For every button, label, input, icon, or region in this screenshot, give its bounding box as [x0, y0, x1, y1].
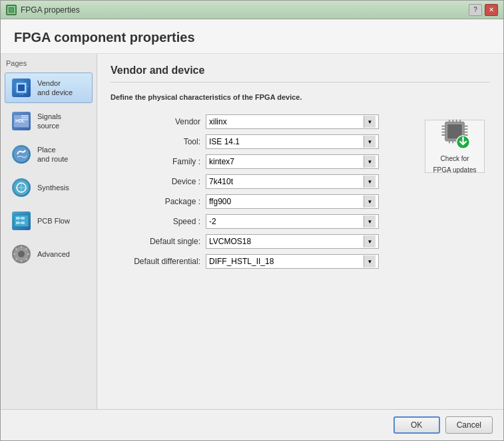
default-single-value: LVCMOS18	[209, 237, 364, 246]
vendor-value: xilinx	[209, 117, 364, 126]
advanced-icon	[11, 243, 32, 265]
svg-rect-5	[27, 86, 29, 87]
help-button[interactable]: ?	[469, 4, 482, 16]
titlebar: FPGA properties ? ✕	[1, 1, 503, 19]
side-widget: Check for FPGA updates	[419, 114, 490, 269]
device-select[interactable]: 7k410t ▼	[206, 174, 379, 189]
svg-rect-7	[19, 93, 21, 95]
svg-rect-17	[14, 215, 29, 227]
sidebar-item-place-route[interactable]: Placeand route	[5, 139, 93, 170]
pages-label: Pages	[5, 59, 93, 67]
speed-label: Speed :	[111, 217, 200, 226]
family-select[interactable]: kintex7 ▼	[206, 154, 379, 169]
device-row: Device : 7k410t ▼	[111, 174, 406, 189]
ok-button[interactable]: OK	[393, 416, 440, 434]
default-single-select[interactable]: LVCMOS18 ▼	[206, 234, 379, 249]
window-title: FPGA properties	[21, 5, 80, 15]
svg-rect-37	[452, 120, 453, 122]
svg-rect-34	[464, 132, 467, 133]
svg-rect-8	[22, 80, 23, 82]
svg-rect-40	[449, 141, 450, 144]
svg-rect-19	[21, 217, 25, 220]
vendor-device-label: Vendorand device	[37, 78, 73, 98]
synthesis-icon	[11, 177, 32, 198]
fpga-check-icon	[438, 118, 471, 152]
pcb-flow-label: PCB Flow	[37, 216, 70, 225]
footer: OK Cancel	[1, 409, 503, 440]
sidebar-item-pcb-flow[interactable]: PCB Flow	[5, 206, 93, 236]
default-diff-arrow: ▼	[364, 255, 376, 267]
main-window: FPGA properties ? ✕ FPGA component prope…	[0, 0, 504, 441]
tool-value: ISE 14.1	[209, 137, 364, 146]
family-row: Family : kintex7 ▼	[111, 154, 406, 169]
vendor-row: Vendor xilinx ▼	[111, 114, 406, 129]
svg-rect-18	[16, 217, 19, 220]
svg-rect-41	[452, 141, 453, 144]
signals-source-label: Signalssource	[37, 112, 61, 131]
svg-rect-33	[464, 128, 467, 130]
svg-rect-32	[464, 126, 467, 127]
package-row: Package : ffg900 ▼	[111, 194, 406, 209]
panel-title: Vendor and device	[111, 65, 490, 82]
speed-select[interactable]: -2 ▼	[206, 214, 379, 229]
package-value: ffg900	[209, 197, 364, 206]
speed-row: Speed : -2 ▼	[111, 214, 406, 229]
page-title: FPGA component properties	[1, 19, 503, 54]
package-label: Package :	[111, 197, 200, 206]
svg-rect-20	[16, 221, 19, 224]
svg-rect-30	[441, 132, 445, 133]
tool-arrow: ▼	[364, 136, 376, 148]
speed-arrow: ▼	[364, 216, 376, 227]
package-arrow: ▼	[364, 196, 376, 208]
default-diff-select[interactable]: DIFF_HSTL_II_18 ▼	[206, 254, 379, 269]
default-single-arrow: ▼	[364, 235, 376, 247]
svg-text:HDL: HDL	[15, 118, 25, 123]
device-label: Device :	[111, 177, 200, 186]
pcb-flow-icon	[11, 210, 32, 231]
default-single-row: Default single: LVCMOS18 ▼	[111, 234, 406, 249]
sidebar-item-advanced[interactable]: Advanced	[5, 239, 93, 269]
device-value: 7k410t	[209, 177, 364, 186]
family-arrow: ▼	[364, 156, 376, 168]
svg-rect-29	[441, 128, 445, 130]
advanced-label: Advanced	[37, 249, 70, 259]
sidebar-item-synthesis[interactable]: Synthesis	[5, 172, 93, 203]
panel-description: Define the physical characteristics of t…	[111, 93, 490, 101]
svg-rect-28	[441, 126, 445, 127]
package-select[interactable]: ffg900 ▼	[206, 194, 379, 209]
tool-label: Tool:	[111, 137, 200, 146]
sidebar-item-vendor-device[interactable]: Vendorand device	[5, 73, 93, 103]
tool-row: Tool: ISE 14.1 ▼	[111, 134, 406, 149]
family-label: Family :	[111, 157, 200, 166]
titlebar-left: FPGA properties	[6, 5, 80, 15]
svg-rect-36	[449, 120, 450, 122]
default-diff-row: Default differential: DIFF_HSTL_II_18 ▼	[111, 254, 406, 269]
signals-source-icon: HDL	[11, 110, 32, 132]
vendor-arrow: ▼	[364, 116, 376, 128]
svg-rect-6	[19, 80, 21, 82]
svg-point-25	[18, 251, 25, 257]
synthesis-label: Synthesis	[37, 183, 69, 192]
vendor-select[interactable]: xilinx ▼	[206, 114, 379, 129]
tool-select[interactable]: ISE 14.1 ▼	[206, 134, 379, 149]
svg-rect-1	[9, 8, 13, 12]
check-label-line2: FPGA updates	[433, 166, 476, 174]
svg-rect-3	[18, 84, 25, 91]
svg-rect-9	[22, 93, 23, 95]
svg-rect-38	[456, 120, 457, 122]
svg-rect-39	[459, 120, 461, 122]
default-diff-label: Default differential:	[111, 257, 200, 266]
family-value: kintex7	[209, 157, 364, 166]
window-icon	[6, 5, 17, 15]
cancel-button[interactable]: Cancel	[445, 416, 493, 434]
device-arrow: ▼	[364, 176, 376, 188]
fpga-check-button[interactable]: Check for FPGA updates	[425, 120, 485, 173]
form-fields: Vendor xilinx ▼ Tool: ISE 14.1 ▼	[111, 114, 406, 269]
check-label-line1: Check for	[441, 154, 469, 163]
close-button[interactable]: ✕	[485, 4, 498, 16]
svg-rect-4	[14, 86, 16, 87]
main-panel: Vendor and device Define the physical ch…	[97, 54, 503, 409]
default-diff-value: DIFF_HSTL_II_18	[209, 257, 364, 266]
svg-rect-21	[21, 221, 25, 224]
sidebar-item-signals-source[interactable]: HDL Signalssource	[5, 106, 93, 136]
